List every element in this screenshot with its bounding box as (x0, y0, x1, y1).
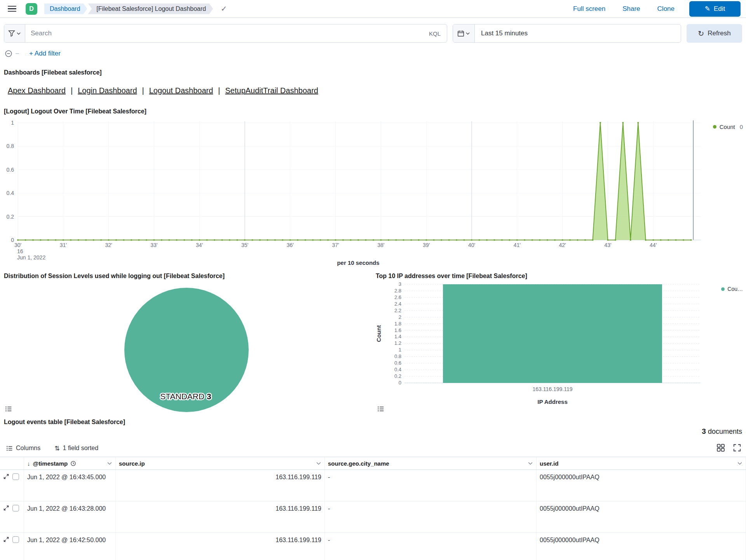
link-setupaudittrail-dashboard[interactable]: SetupAuditTrail Dashboard (225, 86, 318, 95)
legend-toggle-button[interactable] (3, 404, 14, 415)
table-row: Jun 1, 2022 @ 16:43:45.000163.116.199.11… (0, 470, 746, 501)
sort-fields-button[interactable]: ⇅ 1 field sorted (52, 444, 101, 452)
top-header: D Dashboard [Filebeat Salesforce] Logout… (0, 0, 746, 18)
column-label: @timestamp (33, 460, 68, 467)
columns-button-label: Columns (16, 445, 40, 452)
legend-label: Count (720, 123, 735, 130)
city-name-cell: - (325, 533, 537, 560)
svg-text:0.2: 0.2 (7, 214, 14, 220)
svg-text:0.2: 0.2 (394, 373, 401, 379)
legend-label: Cou… (727, 286, 743, 292)
row-checkbox[interactable] (12, 536, 19, 543)
edit-button[interactable]: ✎ Edit (689, 1, 741, 17)
expand-row-button[interactable] (3, 505, 9, 512)
add-filter-button[interactable]: + Add filter (27, 49, 63, 58)
columns-button[interactable]: Columns (4, 444, 43, 452)
full-screen-button[interactable]: Full screen (571, 5, 608, 13)
menu-button[interactable] (5, 2, 19, 16)
refresh-label: Refresh (708, 30, 731, 37)
filter-options-button[interactable] (5, 50, 12, 57)
table-header-source-ip[interactable]: source.ip (116, 457, 325, 470)
svg-text:32': 32' (105, 242, 112, 248)
link-logout-dashboard[interactable]: Logout Dashboard (149, 86, 213, 95)
area-chart-x-axis-title: per 10 seconds (0, 259, 716, 266)
link-separator: | (218, 86, 220, 95)
svg-text:0.8: 0.8 (7, 143, 14, 149)
svg-text:2.2: 2.2 (394, 308, 401, 313)
table-row: Jun 1, 2022 @ 16:43:28.000163.116.199.11… (0, 501, 746, 533)
svg-text:IP Address: IP Address (537, 398, 568, 405)
chevron-down-icon (107, 461, 112, 466)
row-controls (0, 533, 24, 560)
user-id-cell: 0055j000000utIPAAQ (537, 501, 746, 532)
svg-text:0: 0 (11, 237, 14, 243)
filter-options-icon (5, 50, 12, 57)
sort-desc-icon: ↓ (27, 460, 30, 467)
kql-button[interactable]: KQL (423, 30, 447, 37)
svg-text:0.8: 0.8 (394, 353, 401, 359)
time-range-button[interactable]: Last 15 minutes (475, 30, 534, 37)
legend-dot-icon (713, 125, 716, 129)
header-actions: Full screen Share Clone ✎ Edit (571, 1, 741, 17)
svg-text:1.6: 1.6 (394, 327, 401, 333)
session-levels-pie-chart[interactable]: STANDARD 3 (122, 286, 251, 414)
document-count-number: 3 (702, 427, 706, 435)
link-apex-dashboard[interactable]: Apex Dashboard (8, 86, 66, 95)
timestamp-cell: Jun 1, 2022 @ 16:43:45.000 (24, 470, 116, 501)
chevron-down-icon (465, 31, 470, 36)
breadcrumb-dashboard[interactable]: Dashboard (44, 3, 87, 14)
kibana-dashboard-app: D Dashboard [Filebeat Salesforce] Logout… (0, 0, 746, 560)
chevron-down-icon (737, 461, 743, 466)
refresh-button[interactable]: ↻ Refresh (687, 24, 742, 43)
expand-icon (3, 473, 9, 480)
legend-value: 0 (740, 123, 743, 130)
city-name-cell: - (325, 470, 537, 501)
table-header-city-name[interactable]: source.geo.city_name (325, 457, 537, 470)
display-options-button[interactable] (716, 443, 726, 454)
svg-text:1.4: 1.4 (394, 334, 401, 339)
area-chart-legend[interactable]: Count 0 (713, 123, 743, 130)
link-separator: | (142, 86, 144, 95)
row-checkbox[interactable] (12, 473, 19, 480)
user-id-cell: 0055j000000utIPAAQ (537, 533, 746, 560)
share-button[interactable]: Share (620, 5, 642, 13)
sort-button-label: 1 field sorted (63, 445, 99, 452)
svg-text:2: 2 (399, 314, 401, 320)
table-toolbar-right (716, 443, 742, 454)
logout-over-time-title: [Logout] Logout Over Time [Filebeat Sale… (4, 108, 146, 115)
filter-divider (16, 53, 19, 54)
session-levels-title: Distribution of Session Levels used whil… (4, 273, 225, 280)
date-quick-select-button[interactable] (453, 24, 475, 42)
documents-table: ↓ @timestamp source.ip source.geo.city_n… (0, 457, 746, 560)
space-avatar[interactable]: D (26, 3, 37, 15)
table-header-timestamp[interactable]: ↓ @timestamp (24, 457, 116, 470)
expand-row-button[interactable] (3, 536, 9, 544)
clock-icon (70, 461, 76, 466)
saved-query-menu-button[interactable] (4, 24, 25, 42)
column-label: source.ip (119, 460, 145, 467)
expand-row-button[interactable] (3, 473, 9, 481)
legend-toggle-button[interactable] (375, 404, 386, 415)
svg-text:STANDARD 3: STANDARD 3 (160, 392, 211, 401)
column-label: source.geo.city_name (328, 460, 389, 467)
date-picker: Last 15 minutes (453, 24, 681, 43)
fullscreen-table-button[interactable] (732, 443, 742, 454)
table-header-user-id[interactable]: user.id (537, 457, 746, 470)
document-count-suffix: documents (708, 428, 742, 435)
table-header-row: ↓ @timestamp source.ip source.geo.city_n… (0, 457, 746, 470)
query-bar: KQL Last 15 minutes ↻ Refresh (4, 24, 742, 43)
link-separator: | (71, 86, 73, 95)
timestamp-cell: Jun 1, 2022 @ 16:42:50.000 (24, 533, 116, 560)
link-login-dashboard[interactable]: Login Dashboard (78, 86, 137, 95)
svg-text:33': 33' (150, 242, 157, 248)
svg-text:41': 41' (514, 242, 521, 248)
logout-events-table-title: Logout events table [Filebeat Salesforce… (4, 419, 125, 426)
top-ip-bar-chart[interactable]: 00.20.40.60.811.21.41.61.822.22.42.62.83… (373, 281, 746, 413)
search-input[interactable] (25, 24, 423, 42)
bar-chart-legend[interactable]: Cou… (721, 286, 743, 292)
calendar-icon (457, 30, 464, 37)
svg-text:38': 38' (377, 242, 384, 248)
svg-text:40': 40' (468, 242, 475, 248)
row-checkbox[interactable] (12, 505, 19, 511)
clone-button[interactable]: Clone (655, 5, 677, 13)
